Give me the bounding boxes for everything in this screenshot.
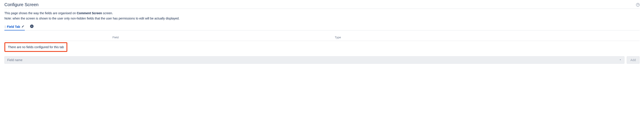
add-field-row: Field name Add xyxy=(4,56,640,64)
tab-field-tab[interactable]: Field Tab xyxy=(4,24,25,30)
tab-label: Field Tab xyxy=(7,25,20,28)
note-text: Note: when the screen is shown to the us… xyxy=(4,17,640,20)
screen-name: Comment Screen xyxy=(77,11,102,15)
page-title: Configure Screen xyxy=(4,2,38,7)
column-header-type: Type xyxy=(227,34,449,41)
add-tab-button[interactable] xyxy=(30,24,34,28)
drag-handle-icon xyxy=(5,26,6,28)
pencil-icon[interactable] xyxy=(22,25,24,28)
field-name-select[interactable]: Field name xyxy=(4,56,624,64)
tabs-row: Field Tab xyxy=(4,24,640,30)
description-intro: This page shows the way the fields are o… xyxy=(4,11,77,15)
field-name-placeholder: Field name xyxy=(7,58,22,62)
add-button[interactable]: Add xyxy=(627,56,640,64)
description-suffix: screen. xyxy=(102,11,113,15)
chevron-down-icon xyxy=(619,58,622,62)
empty-table-message: There are no fields configured for this … xyxy=(4,42,67,52)
column-header-field: Field xyxy=(4,34,227,41)
table-header: Field Type xyxy=(4,34,640,41)
description-text: This page shows the way the fields are o… xyxy=(4,11,640,15)
help-icon[interactable]: ? xyxy=(636,3,640,6)
